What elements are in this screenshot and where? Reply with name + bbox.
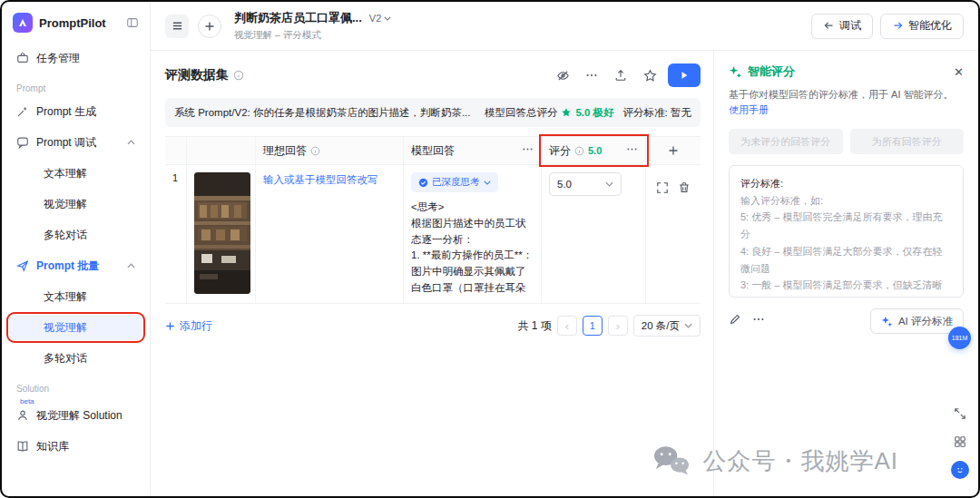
- paper-plane-icon: [16, 259, 29, 272]
- smart-optimize-button[interactable]: 智能优化: [880, 14, 964, 39]
- chevron-down-icon: [684, 323, 692, 328]
- star-icon: [561, 107, 572, 118]
- edit-icon[interactable]: [729, 313, 741, 329]
- score-column-badge: 5.0: [588, 145, 602, 156]
- more-actions-icon[interactable]: [752, 313, 765, 329]
- play-icon: [680, 71, 689, 80]
- more-actions-icon[interactable]: [581, 64, 603, 86]
- system-prompt-bar[interactable]: 系统 Prompt/V2: 你的任务是根据奶茶店的图片描述，判断奶茶... 模型…: [165, 98, 701, 127]
- panel-description: 基于你对模型回答的评分标准，用于 AI 智能评分。 使用手册: [729, 87, 964, 118]
- hide-column-icon[interactable]: [552, 64, 573, 86]
- plus-icon: [165, 321, 175, 331]
- favorite-star-icon[interactable]: [639, 64, 661, 86]
- chevron-down-icon: [605, 181, 613, 187]
- score-all-button[interactable]: 为所有回答评分: [850, 129, 965, 154]
- sidebar-collapse-icon[interactable]: [126, 16, 139, 29]
- page-size-select[interactable]: 20 条/页: [633, 315, 701, 337]
- sidebar-item-knowledge-base[interactable]: 知识库: [9, 434, 142, 459]
- logo-row: PromptPilot: [9, 11, 142, 45]
- add-row-button[interactable]: 添加行: [165, 318, 212, 334]
- criteria-textarea[interactable]: 评分标准: 输入评分标准，如: 5: 优秀 – 模型回答完全满足所有要求，理由充…: [729, 165, 964, 298]
- smart-scoring-panel: 智能评分 ✕ 基于你对模型回答的评分标准，用于 AI 智能评分。 使用手册 为未…: [713, 51, 978, 496]
- sparkle-icon: [729, 65, 742, 79]
- panel-title: 智能评分: [748, 63, 795, 80]
- model-answer-text: <思考> 根据图片描述中的员工状态逐一分析： 1. **最前方操作的员工**：图…: [411, 200, 534, 294]
- expand-row-icon[interactable]: [656, 181, 669, 196]
- next-page-button[interactable]: ›: [608, 316, 628, 336]
- sidebar-item-debug-multiturn[interactable]: 多轮对话: [9, 222, 142, 248]
- sidebar-item-batch-multiturn[interactable]: 多轮对话: [9, 346, 142, 371]
- column-more-icon[interactable]: [626, 143, 638, 158]
- sidebar-item-prompt-debug[interactable]: Prompt 调试: [9, 130, 142, 155]
- sidebar-item-batch-vision[interactable]: 视觉理解: [9, 315, 142, 340]
- chevron-up-icon[interactable]: [127, 140, 135, 145]
- column-more-icon[interactable]: [522, 143, 534, 158]
- version-selector[interactable]: V2: [369, 13, 391, 24]
- dataset-toolbar: [552, 63, 701, 87]
- sidebar-item-label: 知识库: [36, 439, 69, 454]
- ideal-answer-placeholder[interactable]: 输入或基于模型回答改写: [263, 174, 378, 185]
- ai-sparkle-icon: [881, 316, 893, 327]
- dataset-title: 评测数据集: [165, 67, 244, 83]
- current-page-button[interactable]: 1: [583, 316, 603, 336]
- delete-row-icon[interactable]: [678, 181, 691, 196]
- sidebar-item-batch-text[interactable]: 文本理解: [9, 284, 142, 309]
- image-cell[interactable]: [187, 165, 256, 303]
- main-column: 判断奶茶店员工口罩佩... V2 视觉理解 – 评分模式 调试 智能优化: [151, 2, 978, 496]
- model-answer-cell: 已深度思考 <思考> 根据图片描述中的员工状态逐一分析： 1. **最前方操作的…: [404, 165, 542, 303]
- assistant-bot-icon[interactable]: [951, 461, 969, 479]
- chevron-up-icon[interactable]: [127, 263, 135, 269]
- sidebar-item-label: Prompt 批量: [36, 259, 99, 274]
- sidebar-item-debug-text[interactable]: 文本理解: [9, 161, 142, 186]
- main-content: 评测数据集: [151, 51, 713, 496]
- criteria-placeholder: 输入评分标准，如: 5: 优秀 – 模型回答完全满足所有要求，理由充分 4: 良…: [740, 192, 952, 298]
- ideal-answer-cell[interactable]: 输入或基于模型回答改写: [256, 165, 404, 303]
- score-cell: 5.0: [542, 165, 646, 303]
- row-actions-cell: [646, 165, 701, 303]
- wand-icon: [16, 105, 29, 118]
- new-item-icon[interactable]: [198, 15, 221, 38]
- info-icon: [574, 146, 584, 156]
- score-column-header: 评分 5.0: [542, 137, 646, 164]
- manual-link[interactable]: 使用手册: [729, 104, 769, 115]
- sidebar-item-prompt-generate[interactable]: Prompt 生成: [9, 99, 142, 124]
- resize-icon[interactable]: [951, 405, 969, 423]
- debug-button[interactable]: 调试: [811, 14, 873, 39]
- overall-score: 模型回答总评分 5.0 极好: [485, 106, 614, 120]
- sidebar-item-vision-solution[interactable]: beta 视觉理解 Solution: [9, 403, 142, 428]
- sidebar-item-prompt-batch[interactable]: Prompt 批量: [9, 253, 142, 278]
- shop-photo-thumbnail[interactable]: [194, 172, 250, 294]
- briefcase-icon: [16, 52, 29, 64]
- close-icon[interactable]: ✕: [954, 65, 964, 79]
- total-count: 共 1 项: [517, 318, 551, 334]
- run-button[interactable]: [668, 63, 701, 87]
- app-title: PromptPilot: [39, 16, 120, 30]
- topbar-actions: 调试 智能优化: [811, 14, 964, 39]
- app-window: PromptPilot 任务管理 Prompt Prompt 生成 Prompt…: [0, 0, 980, 498]
- topbar: 判断奶茶店员工口罩佩... V2 视觉理解 – 评分模式 调试 智能优化: [151, 2, 978, 51]
- sidebar-section-solution: Solution: [9, 376, 142, 399]
- shop-photo: [194, 172, 250, 294]
- check-circle-icon: [418, 178, 428, 188]
- score-unscored-button[interactable]: 为未评分的回答评分: [729, 129, 843, 154]
- wechat-icon: [652, 444, 691, 478]
- add-column-button[interactable]: [646, 137, 701, 164]
- hamburger-menu-icon[interactable]: [165, 15, 189, 38]
- score-select[interactable]: 5.0: [549, 172, 622, 196]
- export-icon[interactable]: [610, 64, 632, 86]
- table-footer: 添加行 共 1 项 ‹ 1 › 20 条/页: [165, 315, 701, 337]
- deep-thinking-toggle[interactable]: 已深度思考: [411, 172, 498, 192]
- apps-grid-icon[interactable]: [951, 433, 969, 451]
- sidebar-item-label: Prompt 生成: [36, 104, 96, 120]
- page-subtitle: 视觉理解 – 评分模式: [234, 29, 391, 42]
- title-block: 判断奶茶店员工口罩佩... V2 视觉理解 – 评分模式: [234, 10, 391, 42]
- sidebar: PromptPilot 任务管理 Prompt Prompt 生成 Prompt…: [2, 2, 151, 496]
- model-badge[interactable]: 181M: [948, 327, 971, 349]
- book-icon: [16, 440, 29, 453]
- ai-criteria-button[interactable]: AI 评分标准: [870, 308, 964, 334]
- page-title: 判断奶茶店员工口罩佩...: [234, 10, 362, 26]
- image-column-header: [187, 137, 256, 164]
- sidebar-item-task-management[interactable]: 任务管理: [9, 45, 142, 71]
- sidebar-item-debug-vision[interactable]: 视觉理解: [9, 191, 142, 217]
- prev-page-button[interactable]: ‹: [557, 316, 577, 336]
